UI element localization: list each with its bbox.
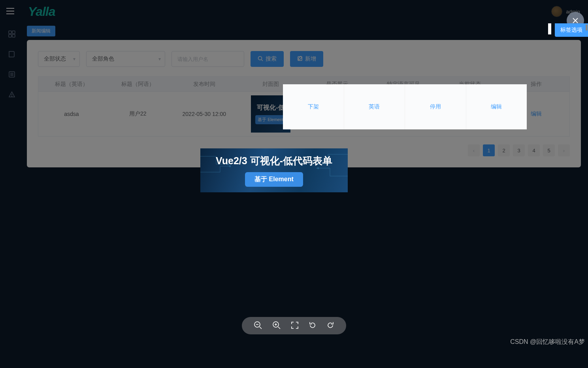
image-viewer-toolbar: [242, 317, 346, 334]
zoom-in-icon[interactable]: [272, 321, 281, 331]
tag-options-button[interactable]: 标签选项: [555, 23, 588, 37]
image-preview[interactable]: Vue2/3 可视化-低代码表单 基于 Element: [200, 148, 348, 192]
bright-lang[interactable]: 英语: [344, 84, 405, 129]
rotate-right-icon[interactable]: [326, 321, 334, 330]
highlighted-cells: 下架 英语 停用 编辑: [283, 84, 527, 129]
bright-show[interactable]: 下架: [283, 84, 344, 129]
bright-action[interactable]: 编辑: [466, 84, 527, 129]
preview-title: Vue2/3 可视化-低代码表单: [216, 154, 332, 167]
watermark: CSDN @回忆哆啦没有A梦: [510, 338, 585, 346]
rotate-left-icon[interactable]: [309, 321, 317, 330]
zoom-out-icon[interactable]: [254, 321, 262, 331]
preview-subtitle: 基于 Element: [245, 172, 303, 187]
fullscreen-icon[interactable]: [291, 321, 299, 330]
svg-line-26: [278, 327, 280, 329]
bright-status[interactable]: 停用: [405, 84, 466, 129]
svg-line-23: [260, 327, 262, 329]
svg-point-21: [317, 167, 319, 169]
scrollbar-thumb[interactable]: [586, 25, 588, 30]
white-sliver: [548, 23, 551, 34]
